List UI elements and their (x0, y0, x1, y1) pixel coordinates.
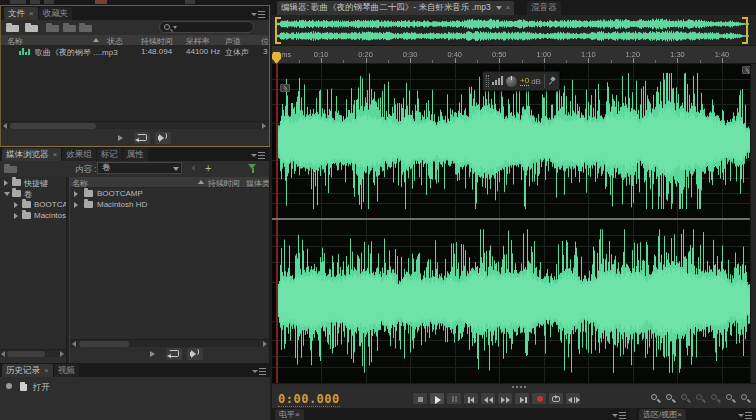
file-row[interactable]: 歌曲《夜的钢琴 ....mp3 1:48.094 44100 Hz 立体声 3 (1, 46, 269, 57)
pin-icon[interactable] (548, 76, 556, 86)
tab-favorites[interactable]: 收藏夹 (39, 7, 73, 20)
files-table-header[interactable]: 名称状态持续时间采样率声道位 (1, 35, 269, 46)
list-view-icon[interactable] (4, 164, 17, 173)
tree-item[interactable]: Macintosh HD (0, 210, 66, 221)
scroll-left-icon[interactable] (71, 341, 78, 347)
gain-knob[interactable] (506, 76, 517, 87)
zoom-in-at-out-point-button[interactable] (695, 393, 706, 404)
media-row[interactable]: Macintosh HD (70, 199, 270, 210)
tab-video[interactable]: 视频 (54, 364, 79, 377)
toolbar-icon[interactable] (30, 0, 40, 4)
zoom-to-selection-button[interactable] (710, 393, 721, 404)
editor-grip-left-icon[interactable] (280, 84, 290, 92)
tab-levels[interactable]: 电平 × (275, 409, 304, 420)
scroll-right-icon[interactable] (261, 123, 268, 129)
waveform-display[interactable]: +0 dB (272, 64, 756, 383)
overview-strip[interactable] (272, 15, 756, 46)
trash-icon[interactable] (79, 23, 86, 32)
panel-menu-icon[interactable] (251, 151, 265, 159)
toolbar-icon[interactable] (95, 0, 107, 4)
expander-icon[interactable] (4, 192, 10, 196)
gain-value[interactable]: +0 (520, 76, 529, 86)
rewind-button[interactable] (480, 392, 496, 405)
tab-markers[interactable]: 标记 (97, 148, 122, 161)
panel-menu-icon[interactable] (251, 10, 265, 18)
tree-item[interactable]: 卷 (0, 188, 66, 199)
tab-history[interactable]: 历史记录 × (2, 364, 53, 377)
time-display[interactable]: 0:00.000 (278, 392, 340, 407)
tab-mixer[interactable]: 混音器 (527, 1, 561, 15)
record-button[interactable] (531, 392, 547, 405)
expander-icon[interactable] (4, 180, 8, 186)
scrollbar-handle[interactable] (79, 341, 129, 347)
overview-left-handle[interactable] (275, 17, 281, 44)
toolbar-icon[interactable] (185, 0, 195, 4)
zoom-out-horizontal-button[interactable] (665, 393, 676, 404)
scroll-left-icon[interactable] (2, 123, 9, 129)
loop-button[interactable] (548, 392, 564, 405)
expander-icon[interactable] (74, 191, 78, 197)
preview-play-button[interactable] (113, 132, 129, 144)
playhead-marker[interactable] (272, 52, 281, 64)
scroll-right-icon[interactable] (59, 351, 66, 357)
timeline-ruler[interactable]: hms 0:100:200:300:400:501:001:101:201:30… (272, 46, 756, 64)
preview-volume-button[interactable] (187, 348, 203, 360)
import-file-icon[interactable] (25, 23, 38, 32)
preview-play-button[interactable] (145, 348, 161, 360)
toolbar-icon[interactable] (44, 0, 54, 4)
tree-item[interactable]: BOOTCAMP (0, 199, 66, 210)
scrollbar-handle[interactable] (10, 123, 96, 129)
hud-grip-icon[interactable] (486, 75, 489, 87)
channel-divider[interactable] (272, 218, 756, 220)
overview-right-handle[interactable] (742, 17, 748, 44)
close-icon[interactable]: × (53, 151, 58, 159)
tab-effects-rack[interactable]: 效果组 (62, 148, 96, 161)
expander-icon[interactable] (14, 202, 18, 208)
zoom-in-horizontal-button[interactable] (650, 393, 661, 404)
zoom-vertical-in-button[interactable] (725, 393, 736, 404)
content-dropdown[interactable]: 卷 (97, 162, 182, 174)
stop-button[interactable] (412, 392, 428, 405)
skip-start-button[interactable] (463, 392, 479, 405)
expander-icon[interactable] (74, 202, 78, 208)
search-input[interactable] (159, 21, 254, 33)
pause-button[interactable] (446, 392, 462, 405)
panel-menu-icon[interactable] (738, 411, 752, 419)
expander-icon[interactable] (14, 213, 18, 219)
tab-files[interactable]: 文件 × (4, 7, 38, 20)
skip-end-button[interactable] (514, 392, 530, 405)
tab-editor[interactable]: 编辑器: 歌曲《夜的钢琴曲二十四》- 来自虾米音乐 .mp3 × (277, 1, 514, 15)
skip-selection-button[interactable] (565, 392, 581, 405)
scrollbar-handle[interactable] (7, 351, 45, 357)
play-button[interactable] (429, 392, 445, 405)
media-table-hscrollbar[interactable] (70, 339, 270, 347)
tab-selection-view[interactable]: 选区/视图 × (639, 409, 686, 420)
editor-hscrollbar[interactable] (272, 383, 756, 390)
media-tree-hscrollbar[interactable] (0, 349, 66, 357)
close-icon[interactable]: × (44, 367, 49, 375)
close-icon[interactable]: × (295, 410, 300, 419)
tree-item[interactable]: 快捷键 (0, 177, 66, 188)
insert-cd-icon[interactable] (63, 23, 71, 32)
toolbar-icon[interactable] (10, 0, 26, 4)
scroll-right-icon[interactable] (262, 341, 269, 347)
zoom-vertical-out-button[interactable] (740, 393, 751, 404)
tab-properties[interactable]: 属性 (123, 148, 148, 161)
preview-volume-button[interactable] (155, 132, 171, 144)
filter-icon[interactable] (248, 164, 257, 173)
fast-forward-button[interactable] (497, 392, 513, 405)
preview-loop-button[interactable] (134, 132, 150, 144)
scroll-left-icon[interactable] (0, 351, 7, 357)
panel-menu-icon[interactable] (252, 367, 266, 375)
scrollbar-grip[interactable] (512, 386, 528, 388)
tab-media-browser[interactable]: 媒体浏览器 × (2, 148, 61, 161)
close-icon[interactable]: × (506, 4, 511, 12)
files-hscrollbar[interactable] (1, 121, 269, 129)
media-table-header[interactable]: 名称持续时间媒体类型 (70, 177, 270, 188)
preview-loop-button[interactable] (166, 348, 182, 360)
panel-menu-icon[interactable] (612, 411, 626, 419)
open-file-icon[interactable] (6, 23, 19, 32)
add-shortcut-icon[interactable]: + (205, 162, 211, 174)
close-icon[interactable]: × (677, 410, 682, 419)
history-item-open[interactable]: 打开 (0, 381, 270, 393)
